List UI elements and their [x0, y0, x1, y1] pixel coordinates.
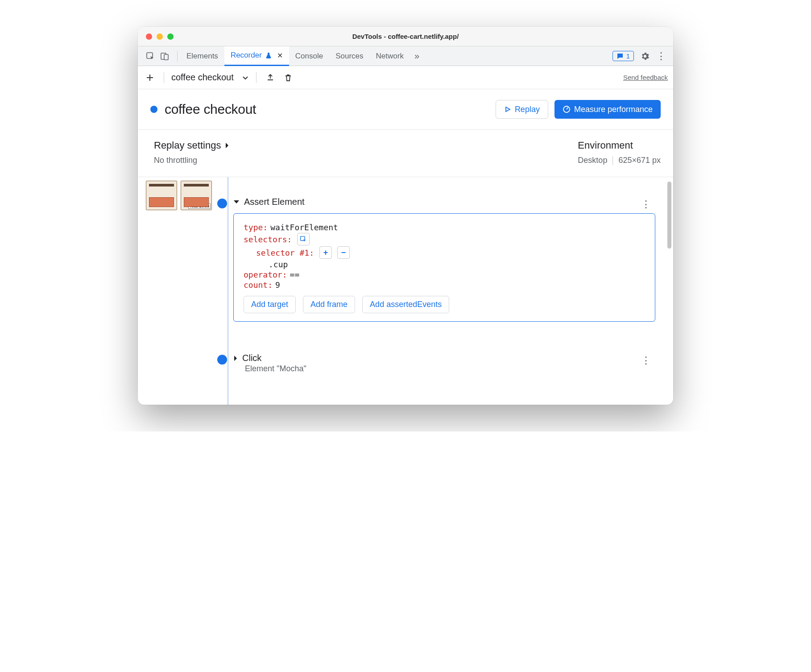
step-header[interactable]: Assert Element	[233, 197, 655, 207]
messages-count: 1	[626, 52, 630, 60]
messages-badge[interactable]: 1	[612, 51, 634, 61]
status-dot-icon	[150, 106, 157, 113]
send-feedback-link[interactable]: Send feedback	[623, 74, 668, 81]
devtools-window: DevTools - coffee-cart.netlify.app/ Elem…	[138, 27, 673, 405]
preview-thumbnail[interactable]	[146, 181, 177, 210]
close-tab-icon[interactable]: ✕	[277, 51, 283, 60]
step-subtitle: Element "Mocha"	[245, 364, 655, 373]
recording-header: coffee checkout Replay Measure performan…	[138, 89, 673, 130]
settings-gear-icon[interactable]	[640, 51, 650, 61]
divider	[164, 72, 164, 83]
measure-performance-button[interactable]: Measure performance	[554, 100, 661, 119]
step-title: Click	[242, 353, 261, 363]
add-target-button[interactable]: Add target	[244, 296, 296, 313]
gauge-icon	[563, 105, 571, 113]
recording-selector[interactable]: coffee checkout	[171, 72, 249, 83]
prop-key-selectors: selectors:	[244, 235, 292, 244]
divider	[256, 72, 257, 83]
steps-panel: Total $0.00 ⋮ Assert Element type: waitF…	[138, 177, 673, 405]
tab-network[interactable]: Network	[370, 46, 410, 66]
environment-dimensions: 625×671 px	[618, 156, 661, 165]
tab-console[interactable]: Console	[289, 46, 329, 66]
prop-key-type: type:	[244, 223, 268, 232]
kebab-menu-icon[interactable]: ⋮	[656, 50, 666, 62]
play-icon	[504, 106, 511, 113]
prop-key-count: count:	[244, 280, 273, 290]
chevron-down-icon	[233, 199, 240, 205]
tab-sources[interactable]: Sources	[329, 46, 369, 66]
window-title: DevTools - coffee-cart.netlify.app/	[138, 33, 673, 40]
chevron-right-icon	[224, 142, 230, 149]
window-minimize-button[interactable]	[157, 33, 163, 40]
step-details: type: waitForElement selectors: selector…	[233, 213, 655, 322]
settings-row: Replay settings No throttling Environmen…	[138, 130, 673, 177]
step-header[interactable]: Click	[233, 353, 655, 363]
export-button[interactable]	[264, 71, 277, 84]
recording-title: coffee checkout	[165, 102, 256, 117]
add-frame-button[interactable]: Add frame	[303, 296, 355, 313]
remove-selector-button[interactable]: −	[337, 246, 350, 259]
window-close-button[interactable]	[146, 33, 152, 40]
flask-icon	[265, 52, 272, 58]
timeline-node	[217, 355, 227, 365]
tab-elements[interactable]: Elements	[180, 46, 224, 66]
devtools-tabbar: Elements Recorder ✕ Console Sources Netw…	[138, 46, 673, 66]
chevron-right-icon	[233, 355, 238, 361]
preview-thumbnail[interactable]: Total $0.00	[181, 181, 212, 210]
replay-settings-toggle[interactable]: Replay settings	[154, 140, 230, 151]
recording-name: coffee checkout	[171, 72, 234, 83]
timeline-line	[227, 177, 229, 405]
prop-val-count[interactable]: 9	[275, 280, 280, 290]
timeline-node	[217, 199, 227, 208]
device-toolbar-icon[interactable]	[160, 52, 169, 61]
environment-heading: Environment	[578, 140, 661, 151]
prop-val-operator[interactable]: ==	[290, 270, 300, 279]
chevron-down-icon	[242, 74, 249, 81]
window-controls	[146, 33, 174, 40]
throttling-value: No throttling	[154, 156, 230, 165]
delete-button[interactable]	[281, 71, 295, 84]
tab-recorder[interactable]: Recorder ✕	[224, 46, 289, 66]
pick-selector-button[interactable]	[297, 233, 310, 245]
add-asserted-events-button[interactable]: Add assertedEvents	[362, 296, 449, 313]
prop-val-type[interactable]: waitForElement	[270, 223, 338, 232]
replay-button[interactable]: Replay	[496, 100, 548, 119]
titlebar: DevTools - coffee-cart.netlify.app/	[138, 27, 673, 46]
prop-key-operator: operator:	[244, 270, 287, 279]
inspect-element-icon[interactable]	[146, 52, 155, 61]
prop-key-selector-1: selector #1:	[256, 248, 314, 257]
step-click: Click Element "Mocha"	[233, 353, 655, 373]
divider	[612, 156, 613, 165]
new-recording-button[interactable]	[143, 71, 157, 84]
svg-rect-2	[164, 54, 168, 60]
scrollbar[interactable]	[667, 182, 671, 249]
divider	[177, 51, 178, 62]
step-title: Assert Element	[244, 197, 305, 207]
window-zoom-button[interactable]	[167, 33, 174, 40]
step-assert-element: Assert Element type: waitForElement sele…	[233, 197, 655, 322]
chat-icon	[617, 53, 624, 60]
environment-device: Desktop	[578, 156, 607, 165]
preview-thumbnails: Total $0.00	[146, 181, 212, 210]
selector-value[interactable]: .cup	[269, 260, 288, 269]
more-tabs-icon[interactable]: »	[410, 51, 424, 61]
add-selector-button[interactable]: +	[319, 246, 332, 259]
recorder-toolbar: coffee checkout Send feedback	[138, 66, 673, 89]
